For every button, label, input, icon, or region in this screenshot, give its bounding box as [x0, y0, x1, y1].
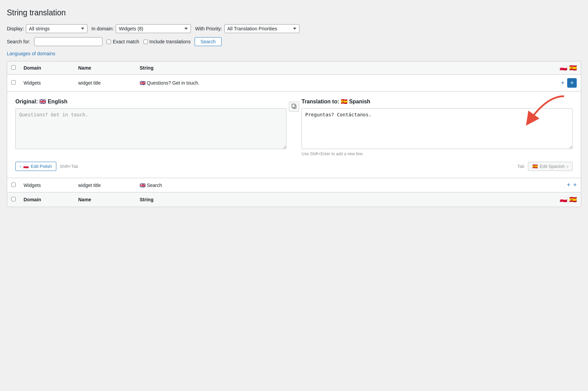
- expanded-grid: Original: 🇬🇧 English Questions? Get in t…: [15, 98, 573, 156]
- domain-label: In domain:: [92, 26, 114, 31]
- shift-hint: Use Shift+Enter to add a new line.: [302, 151, 573, 156]
- search-row: Search for: Exact match Include translat…: [7, 37, 581, 46]
- row1-add-pl-icon[interactable]: +: [561, 79, 564, 87]
- row2-add-pl-icon[interactable]: +: [567, 182, 571, 189]
- languages-of-domains-link[interactable]: Languages of domains: [7, 51, 55, 56]
- search-button[interactable]: Search: [195, 37, 221, 46]
- row2-actions: + +: [536, 182, 577, 189]
- edit-spanish-button[interactable]: 🇪🇸 Edit Spanish ›: [528, 162, 573, 171]
- row2-string: 🇬🇧 Search: [140, 183, 536, 188]
- row1-checkbox-cell: [11, 80, 24, 86]
- prev-shortcut: Shift+Tab: [60, 164, 79, 169]
- name-header: Name: [78, 65, 140, 71]
- nav-left: ‹ 🇵🇱 Edit Polish Shift+Tab: [15, 162, 78, 171]
- nav-buttons: ‹ 🇵🇱 Edit Polish Shift+Tab Tab 🇪🇸 Edit S…: [15, 162, 573, 171]
- row1-domain: Widgets: [24, 80, 78, 86]
- translation-table: Domain Name String 🇵🇱 🇪🇸 Widgets widget …: [7, 61, 581, 207]
- row3-checkbox[interactable]: [11, 197, 16, 201]
- row2-add-es-icon[interactable]: +: [573, 182, 577, 189]
- next-flag: 🇪🇸: [532, 164, 538, 169]
- row3-domain: Domain: [24, 197, 78, 202]
- svg-rect-2: [292, 104, 295, 107]
- pl-flag-footer: 🇵🇱: [560, 196, 567, 203]
- es-flag-footer: 🇪🇸: [569, 196, 577, 203]
- domain-header: Domain: [24, 65, 78, 71]
- original-title: Original: 🇬🇧 English: [15, 98, 286, 105]
- row1-flag: 🇬🇧: [140, 80, 145, 86]
- priority-group: With Priority: All Translation Prioritie…: [195, 24, 299, 33]
- priority-select[interactable]: All Translation Priorities Normal High: [224, 24, 299, 33]
- row1-actions: + +: [536, 78, 577, 88]
- translation-textarea[interactable]: Preguntas? Contáctanos.: [302, 108, 573, 149]
- table-row: Widgets widget title 🇬🇧 Search + +: [7, 178, 581, 192]
- expanded-translation-area: Original: 🇬🇧 English Questions? Get in t…: [7, 91, 581, 178]
- row3-name: Name: [78, 197, 140, 202]
- select-all-checkbox[interactable]: [11, 65, 16, 70]
- search-input[interactable]: [34, 37, 102, 46]
- display-group: Display: All strings Translated Untransl…: [7, 24, 87, 33]
- domain-select[interactable]: Widgets (8) All domains: [116, 24, 191, 33]
- table-row: Domain Name String 🇵🇱 🇪🇸: [7, 192, 581, 207]
- search-label: Search for:: [7, 39, 30, 44]
- copy-to-translation-button[interactable]: [289, 102, 299, 112]
- row1-checkbox[interactable]: [11, 80, 16, 85]
- translation-section: Translation to: 🇪🇸 Spanish Preguntas? Co…: [302, 98, 573, 156]
- row1-name: widget title: [78, 80, 140, 86]
- next-chevron-icon: ›: [567, 164, 568, 169]
- prev-chevron-icon: ‹: [20, 164, 21, 169]
- original-textarea: Questions? Get in touch.: [15, 108, 286, 149]
- original-section: Original: 🇬🇧 English Questions? Get in t…: [15, 98, 286, 156]
- next-shortcut: Tab: [517, 164, 524, 169]
- row3-string: String: [140, 197, 536, 202]
- translation-title: Translation to: 🇪🇸 Spanish: [302, 98, 573, 105]
- string-header: String: [140, 65, 536, 71]
- display-select[interactable]: All strings Translated Untranslated: [26, 24, 87, 33]
- display-label: Display:: [7, 26, 24, 31]
- select-all-cell: [11, 65, 24, 71]
- row2-flag: 🇬🇧: [140, 183, 145, 188]
- row1-add-es-icon[interactable]: +: [567, 78, 577, 88]
- flags-header: 🇵🇱 🇪🇸: [536, 64, 577, 72]
- copy-button-cell: [286, 98, 302, 156]
- page-title: String translation: [7, 8, 581, 17]
- exact-match-label[interactable]: Exact match: [107, 39, 139, 44]
- priority-label: With Priority:: [195, 26, 222, 31]
- exact-match-checkbox[interactable]: [107, 40, 111, 44]
- row2-domain: Widgets: [24, 183, 78, 188]
- include-translations-checkbox[interactable]: [143, 40, 148, 44]
- row2-checkbox-cell: [11, 183, 24, 188]
- row2-name: widget title: [78, 183, 140, 188]
- row2-checkbox[interactable]: [11, 183, 16, 187]
- nav-right: Tab 🇪🇸 Edit Spanish ›: [517, 162, 573, 171]
- row1-string: 🇬🇧 Questions? Get in touch.: [140, 80, 536, 86]
- edit-polish-button[interactable]: ‹ 🇵🇱 Edit Polish: [15, 162, 56, 171]
- translation-flag: 🇪🇸: [341, 99, 349, 104]
- es-flag-header: 🇪🇸: [569, 64, 577, 72]
- table-header: Domain Name String 🇵🇱 🇪🇸: [7, 61, 581, 75]
- row3-flags: 🇵🇱 🇪🇸: [536, 196, 577, 203]
- original-flag: 🇬🇧: [39, 99, 47, 104]
- domain-group: In domain: Widgets (8) All domains: [92, 24, 191, 33]
- row3-checkbox-cell: [11, 197, 24, 202]
- prev-flag: 🇵🇱: [23, 164, 29, 169]
- include-translations-label[interactable]: Include translations: [143, 39, 191, 44]
- table-row: Widgets widget title 🇬🇧 Questions? Get i…: [7, 75, 581, 91]
- controls-row: Display: All strings Translated Untransl…: [7, 24, 581, 33]
- pl-flag-header: 🇵🇱: [560, 64, 567, 72]
